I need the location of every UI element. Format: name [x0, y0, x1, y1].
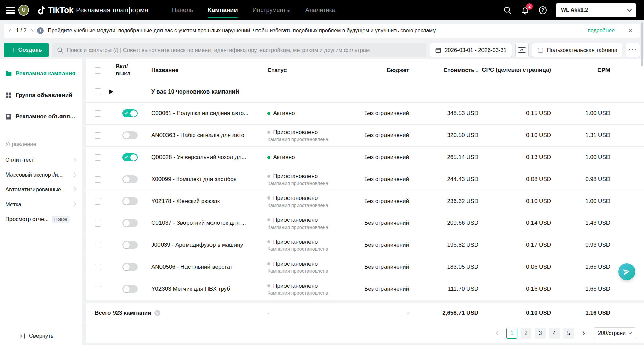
row-checkbox[interactable]	[95, 264, 101, 270]
next-page-button[interactable]	[577, 328, 588, 339]
row-checkbox[interactable]	[95, 176, 101, 183]
cost-value: 236.32 USD	[409, 198, 478, 205]
sidebar-item-ad[interactable]: Рекламное объявле...	[0, 106, 82, 128]
sidebar-item-adgroup[interactable]: Группа объявлений	[0, 84, 82, 106]
row-checkbox[interactable]	[95, 198, 101, 205]
campaign-name[interactable]: Q00028 - Універсальний чохол дл...	[151, 154, 267, 161]
row-toggle[interactable]	[122, 109, 138, 117]
campaign-name[interactable]: C01037 - Зворотний молоток для ...	[151, 220, 267, 227]
nav-item-campaigns[interactable]: Кампании	[200, 0, 245, 20]
campaign-name[interactable]: X00099 - Комплект для застібок	[151, 176, 267, 183]
sidebar-item-automated-rules[interactable]: Автоматизированные...	[0, 182, 82, 197]
cpm-value: 1.00 USD	[551, 198, 610, 205]
cpc-value: 0.16 USD	[478, 286, 551, 292]
total-status-dash: -	[267, 310, 340, 316]
banner-more-link[interactable]: подробнее	[588, 28, 615, 34]
promote-float-button[interactable]	[618, 263, 635, 280]
page-size-select[interactable]: 200/страни	[594, 327, 636, 339]
scrollbar-thumb[interactable]	[641, 22, 643, 66]
date-range-button[interactable]: 2026-03-01 - 2026-03-31	[430, 43, 512, 57]
table-row: J00039 - Аромадифузор в машину Приостано…	[86, 234, 644, 256]
collapse-label: Свернуть	[29, 333, 53, 339]
nav-item-tools[interactable]: Инструменты	[245, 0, 298, 20]
chevron-right-icon	[72, 202, 76, 206]
help-circle-icon[interactable]: ?	[154, 310, 160, 316]
chevron-right-icon	[72, 187, 76, 191]
page-button-1[interactable]: 1	[506, 328, 517, 339]
drafts-text[interactable]: У вас 10 черновиков кампаний	[151, 88, 267, 95]
sidebar-item-bulk-export[interactable]: Массовый экспорт/и...	[0, 167, 82, 182]
cost-value: 111.70 USD	[409, 286, 478, 292]
page-button-2[interactable]: 2	[521, 328, 531, 339]
cpm-value: 1.00 USD	[551, 110, 610, 117]
campaign-name[interactable]: Y02178 - Женский рюкзак	[151, 198, 267, 205]
sidebar-item-label[interactable]: Метка	[0, 197, 82, 212]
cpc-value: 0.15 USD	[478, 110, 551, 117]
search-icon[interactable]	[503, 6, 512, 15]
hamburger-menu-button[interactable]	[6, 7, 15, 14]
row-checkbox[interactable]	[95, 132, 101, 139]
sidebar: Рекламная кампания Группа объявлений Рек…	[0, 59, 82, 345]
status-dot	[267, 175, 270, 178]
sidebar-item-campaign[interactable]: Рекламная кампания	[0, 63, 82, 84]
row-toggle[interactable]	[122, 241, 138, 249]
campaign-name[interactable]: AN00506 - Настільний верстат	[151, 264, 267, 270]
date-range-value: 2026-03-01 - 2026-03-31	[445, 47, 506, 53]
page-button-5[interactable]: 5	[563, 328, 574, 339]
row-toggle[interactable]	[122, 131, 138, 139]
search-input[interactable]	[67, 47, 422, 53]
row-checkbox[interactable]	[95, 154, 101, 161]
banner-close-icon[interactable]: ×	[628, 27, 633, 34]
table-columns-icon	[537, 47, 544, 53]
row-checkbox[interactable]	[95, 242, 101, 248]
nav-item-analytics[interactable]: Аналитика	[298, 0, 343, 20]
header-checkbox[interactable]	[95, 67, 101, 74]
prev-page-button[interactable]	[492, 328, 503, 339]
custom-table-button[interactable]: Пользовательская таблица	[532, 43, 622, 57]
more-options-button[interactable]: ···	[626, 43, 640, 57]
row-toggle[interactable]	[122, 285, 138, 293]
collapse-button[interactable]: Свернуть	[0, 326, 82, 345]
col-cpc[interactable]: CPC (целевая страница)	[478, 67, 551, 73]
col-cost[interactable]: Стоимость↓	[409, 67, 478, 74]
page-button-3[interactable]: 3	[535, 328, 546, 339]
budget-value: Без ограничений	[340, 176, 409, 183]
cpc-value: 0.08 USD	[478, 176, 551, 183]
drafts-checkbox[interactable]	[95, 88, 101, 95]
create-button[interactable]: + Создать	[4, 43, 49, 57]
campaign-name[interactable]: J00039 - Аромадифузор в машину	[151, 242, 267, 248]
drafts-expand-icon[interactable]	[109, 89, 113, 94]
compare-vs-button[interactable]: VS	[515, 43, 529, 57]
row-toggle[interactable]	[122, 197, 138, 205]
campaign-name[interactable]: Y02303 Метчик для ПВХ труб	[151, 286, 267, 292]
row-checkbox[interactable]	[95, 220, 101, 227]
create-button-label: Создать	[18, 47, 42, 53]
page-button-4[interactable]: 4	[549, 328, 560, 339]
notifications-bell-icon[interactable]: 2	[521, 6, 529, 15]
row-toggle[interactable]	[122, 153, 138, 161]
sidebar-item-reports[interactable]: Просмотр отче... Новое	[0, 212, 82, 227]
row-toggle[interactable]	[122, 263, 138, 271]
row-toggle[interactable]	[122, 175, 138, 183]
banner-next-icon[interactable]	[30, 29, 33, 32]
cpm-value: 0.93 USD	[551, 242, 610, 248]
user-avatar[interactable]: U	[18, 5, 29, 16]
total-cpc: 0.10 USD	[478, 310, 551, 316]
campaign-name[interactable]: AN00363 - Набір сигналів для авто	[151, 132, 267, 139]
col-cpm[interactable]: CPM	[551, 67, 610, 74]
row-checkbox[interactable]	[95, 110, 101, 117]
cpc-value: 0.10 USD	[478, 198, 551, 205]
vs-badge: VS	[518, 47, 526, 53]
cost-value: 244.43 USD	[409, 176, 478, 183]
banner-prev-icon[interactable]	[9, 29, 13, 32]
row-toggle[interactable]	[122, 219, 138, 227]
search-filter-box[interactable]	[52, 43, 426, 57]
drafts-row: У вас 10 черновиков кампаний	[86, 81, 644, 103]
row-checkbox[interactable]	[95, 286, 101, 292]
collapse-icon	[19, 333, 26, 339]
help-icon[interactable]: ?	[539, 6, 547, 14]
account-dropdown[interactable]: WL Akk1.2	[556, 3, 636, 17]
sidebar-item-split-test[interactable]: Сплит-тест	[0, 152, 82, 167]
nav-item-panel[interactable]: Панель	[165, 0, 200, 20]
campaign-name[interactable]: C00061 - Подушка на сидіння авто...	[151, 110, 267, 117]
